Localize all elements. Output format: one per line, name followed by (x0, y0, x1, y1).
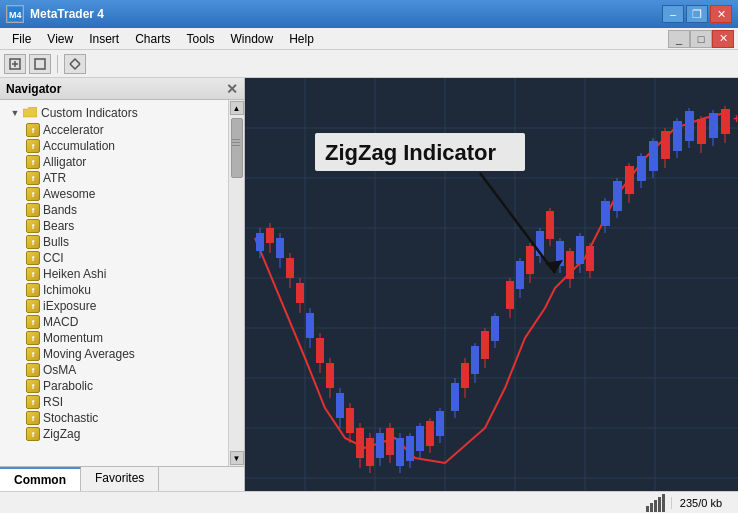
restore-button[interactable]: ❐ (686, 5, 708, 23)
indicator-icon-heiken-ashi: f (26, 267, 40, 281)
tree-label-accelerator: Accelerator (43, 123, 104, 137)
svg-rect-32 (306, 313, 314, 338)
navigator-title: Navigator (6, 82, 61, 96)
indicator-icon-zigzag: f (26, 427, 40, 441)
tree-row-osma[interactable]: f OsMA (22, 362, 224, 378)
svg-rect-104 (697, 119, 706, 144)
minimize-button[interactable]: – (662, 5, 684, 23)
toolbar (0, 50, 738, 78)
status-bar: 235/0 kb (0, 491, 738, 513)
svg-rect-66 (481, 331, 489, 359)
navigator-tabs: Common Favorites (0, 466, 244, 491)
indicator-icon-awesome: f (26, 187, 40, 201)
svg-rect-74 (526, 246, 534, 274)
tree-label-rsi: RSI (43, 395, 63, 409)
scrollbar-up-arrow[interactable]: ▲ (230, 101, 244, 115)
menu-insert[interactable]: Insert (81, 30, 127, 48)
tree-row-macd[interactable]: f MACD (22, 314, 224, 330)
svg-rect-68 (491, 316, 499, 341)
expand-icon-custom-indicators[interactable]: ▼ (8, 106, 22, 120)
toolbar-btn-3[interactable] (64, 54, 86, 74)
svg-rect-48 (386, 428, 394, 455)
svg-rect-50 (396, 438, 404, 466)
svg-rect-62 (461, 363, 469, 388)
tree-label-zigzag: ZigZag (43, 427, 80, 441)
tree-row-accumulation[interactable]: f Accumulation (22, 138, 224, 154)
indicator-icon-parabolic: f (26, 379, 40, 393)
tree-row-bulls[interactable]: f Bulls (22, 234, 224, 250)
svg-rect-90 (613, 181, 622, 211)
tree-row-iexposure[interactable]: f iExposure (22, 298, 224, 314)
tree-label-bands: Bands (43, 203, 77, 217)
tree-row-heiken-ashi[interactable]: f Heiken Ashi (22, 266, 224, 282)
navigator-scrollbar[interactable]: ▲ ▼ (228, 100, 244, 466)
indicator-icon-atr: f (26, 171, 40, 185)
menu-view[interactable]: View (39, 30, 81, 48)
scrollbar-grip (232, 139, 242, 146)
menu-help[interactable]: Help (281, 30, 322, 48)
chart-svg: + ZigZag Indicator (245, 78, 738, 491)
tree-row-zigzag[interactable]: f ZigZag (22, 426, 224, 442)
tree-row-stochastic[interactable]: f Stochastic (22, 410, 224, 426)
tree-label-momentum: Momentum (43, 331, 103, 345)
tree-label-parabolic: Parabolic (43, 379, 93, 393)
tree-row-moving-averages[interactable]: f Moving Averages (22, 346, 224, 362)
close-button[interactable]: ✕ (710, 5, 732, 23)
svg-rect-46 (376, 433, 384, 458)
tree-label-heiken-ashi: Heiken Ashi (43, 267, 106, 281)
tree-row-momentum[interactable]: f Momentum (22, 330, 224, 346)
svg-text:M4: M4 (9, 10, 22, 20)
tree-row-ichimoku[interactable]: f Ichimoku (22, 282, 224, 298)
scrollbar-down-arrow[interactable]: ▼ (230, 451, 244, 465)
svg-rect-5 (35, 59, 45, 69)
tree-row-awesome[interactable]: f Awesome (22, 186, 224, 202)
chart-area[interactable]: + ZigZag Indicator (245, 78, 738, 491)
menu-file[interactable]: File (4, 30, 39, 48)
svg-rect-78 (546, 211, 554, 239)
menu-tools[interactable]: Tools (179, 30, 223, 48)
svg-rect-70 (506, 281, 514, 309)
tree-row-custom-indicators[interactable]: ▼ Custom Indicators (4, 104, 224, 122)
menu-window[interactable]: Window (223, 30, 282, 48)
svg-rect-44 (366, 438, 374, 466)
tab-common[interactable]: Common (0, 467, 81, 491)
title-bar-controls: – ❐ ✕ (662, 5, 732, 23)
tree-section-custom-indicators: ▼ Custom Indicators f Accelerator (0, 102, 228, 444)
scrollbar-thumb[interactable] (231, 118, 243, 178)
menu-charts[interactable]: Charts (127, 30, 178, 48)
svg-text:+: + (733, 112, 738, 126)
svg-rect-64 (471, 346, 479, 374)
tree-row-accelerator[interactable]: f Accelerator (22, 122, 224, 138)
tree-label-awesome: Awesome (43, 187, 95, 201)
navigator-close-button[interactable]: ✕ (226, 81, 238, 97)
tree-label-accumulation: Accumulation (43, 139, 115, 153)
toolbar-btn-1[interactable] (4, 54, 26, 74)
tree-row-bands[interactable]: f Bands (22, 202, 224, 218)
inner-minimize-button[interactable]: _ (668, 30, 690, 48)
tree-row-alligator[interactable]: f Alligator (22, 154, 224, 170)
tab-favorites[interactable]: Favorites (81, 467, 159, 491)
tree-label-bears: Bears (43, 219, 74, 233)
svg-text:ZigZag Indicator: ZigZag Indicator (325, 140, 497, 165)
tree-row-cci[interactable]: f CCI (22, 250, 224, 266)
navigator-tree[interactable]: ▼ Custom Indicators f Accelerator (0, 100, 228, 466)
indicator-icon-bears: f (26, 219, 40, 233)
tree-row-atr[interactable]: f ATR (22, 170, 224, 186)
app-icon: M4 (6, 5, 24, 23)
navigator-panel: Navigator ✕ ▼ Custom Indicators (0, 78, 245, 491)
toolbar-btn-2[interactable] (29, 54, 51, 74)
tree-row-parabolic[interactable]: f Parabolic (22, 378, 224, 394)
indicator-icon-accelerator: f (26, 123, 40, 137)
tree-label-atr: ATR (43, 171, 66, 185)
svg-rect-60 (451, 383, 459, 411)
svg-rect-38 (336, 393, 344, 418)
inner-restore-button[interactable]: □ (690, 30, 712, 48)
svg-rect-34 (316, 338, 324, 363)
indicator-icon-macd: f (26, 315, 40, 329)
tree-row-rsi[interactable]: f RSI (22, 394, 224, 410)
menu-bar: File View Insert Charts Tools Window Hel… (0, 28, 738, 50)
svg-rect-52 (406, 436, 414, 461)
tree-row-bears[interactable]: f Bears (22, 218, 224, 234)
inner-close-button[interactable]: ✕ (712, 30, 734, 48)
tree-label-osma: OsMA (43, 363, 76, 377)
